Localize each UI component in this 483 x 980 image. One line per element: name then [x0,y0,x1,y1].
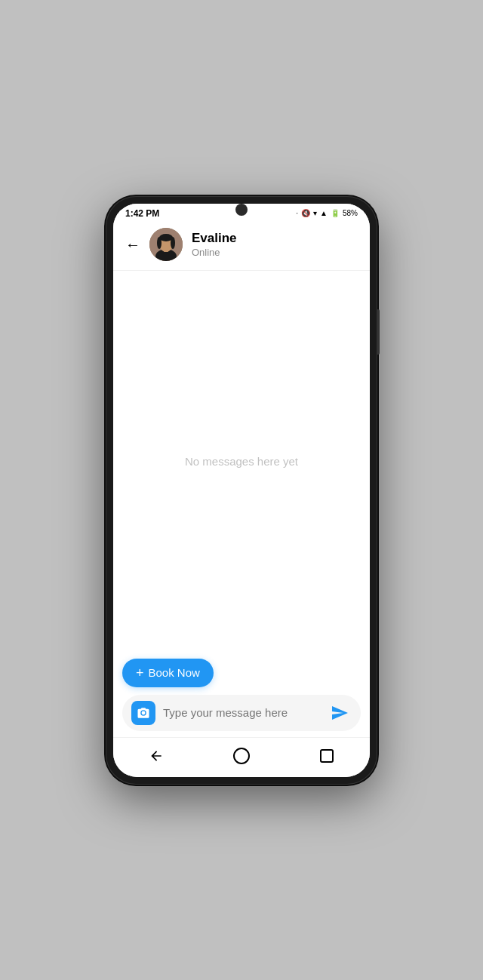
back-nav-button[interactable] [146,745,167,766]
svg-point-5 [157,237,162,249]
battery-icon: 🔋 [331,209,340,217]
wifi-icon: ▾ [313,209,317,217]
signal-icon: ▲ [320,209,328,217]
book-now-label: Book Now [149,666,200,679]
svg-point-6 [171,237,175,249]
home-nav-icon [233,748,250,764]
contact-status: Online [192,247,358,258]
message-input[interactable] [163,706,320,719]
contact-name: Evaline [192,231,358,246]
book-now-button[interactable]: + Book Now [122,659,214,687]
contact-info: Evaline Online [192,231,358,258]
empty-chat-message: No messages here yet [185,455,298,468]
status-time: 1:42 PM [125,208,159,219]
message-input-row [122,695,361,731]
back-button[interactable]: ← [125,237,140,252]
camera-icon [137,706,150,720]
plus-icon: + [136,666,144,680]
send-icon [331,704,349,722]
bottom-area: + Book Now [113,653,370,737]
recents-nav-icon [320,749,334,763]
recents-nav-button[interactable] [316,745,337,766]
avatar [149,228,183,261]
battery-percent: 58% [343,209,358,217]
status-bar: 1:42 PM · 🔇 ▾ ▲ 🔋 58% [113,204,370,222]
phone-screen: 1:42 PM · 🔇 ▾ ▲ 🔋 58% ← [113,204,370,777]
signal-dot: · [296,209,298,217]
status-icons: · 🔇 ▾ ▲ 🔋 58% [296,209,358,217]
chat-area: No messages here yet [113,271,370,653]
nav-bar [113,737,370,777]
chat-header: ← Evaline Onl [113,222,370,271]
back-nav-icon [149,748,164,763]
camera-button[interactable] [131,701,155,725]
volume-icon: 🔇 [301,209,310,217]
send-button[interactable] [328,701,352,725]
svg-point-4 [159,234,173,241]
home-nav-button[interactable] [231,745,252,766]
phone-frame: 1:42 PM · 🔇 ▾ ▲ 🔋 58% ← [106,196,377,785]
